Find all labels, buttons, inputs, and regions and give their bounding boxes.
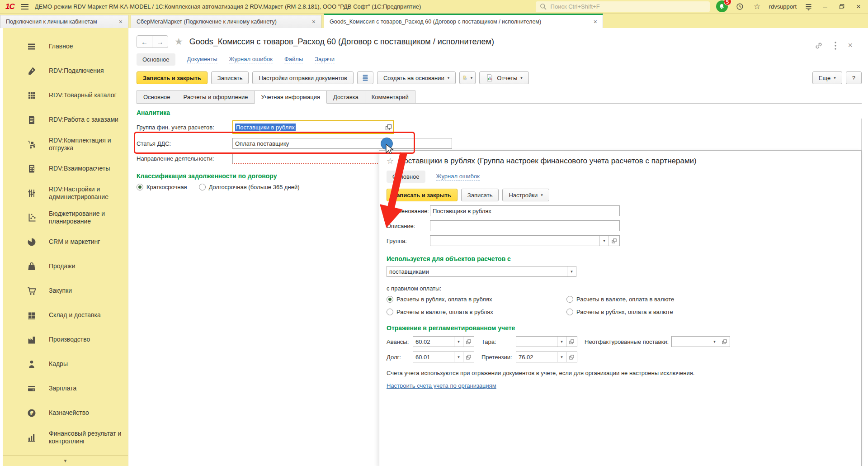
favorite-star-icon[interactable]: ☆ — [387, 156, 394, 166]
reports-button[interactable]: Отчеты ▾ — [479, 71, 528, 84]
nav-tasks[interactable]: Задачи — [315, 56, 335, 63]
open-icon[interactable] — [719, 337, 730, 347]
save-button[interactable]: Записать — [211, 71, 249, 84]
tab-close-icon[interactable]: × — [594, 18, 597, 25]
tab-close-icon[interactable]: × — [119, 18, 123, 25]
sidebar-item-rdv-catalog[interactable]: RDV:Товарный каталог — [3, 83, 128, 108]
sidebar-item-sales[interactable]: Продажи — [3, 254, 128, 279]
nav-main[interactable]: Основное — [137, 53, 175, 66]
sidebar-item-hr[interactable]: Кадры — [3, 352, 128, 376]
sidebar-item-salary[interactable]: Зарплата — [3, 376, 128, 401]
get-link-icon[interactable] — [814, 41, 823, 50]
service-menu-icon[interactable] — [803, 1, 814, 12]
sidebar-expand-button[interactable]: ▼ — [3, 455, 128, 466]
open-icon[interactable] — [566, 337, 577, 347]
shopping-cart-icon — [26, 286, 37, 296]
radio-rub-cur[interactable] — [566, 309, 573, 315]
chevron-down-icon[interactable]: ▾ — [599, 236, 609, 246]
more-dots-icon[interactable] — [834, 41, 837, 50]
chevron-down-icon[interactable]: ▾ — [454, 337, 463, 347]
help-button[interactable]: ? — [846, 71, 862, 84]
overlay-save-close-button[interactable]: Записать и закрыть — [387, 189, 458, 201]
create-based-button[interactable]: Создать на основании ▾ — [377, 71, 456, 84]
open-icon[interactable] — [463, 337, 474, 347]
radio-short-term[interactable] — [137, 184, 143, 190]
sidebar-item-warehouse[interactable]: Склад и доставка — [3, 303, 128, 328]
minimize-button[interactable]: – — [820, 2, 830, 11]
back-button[interactable]: ← — [137, 36, 152, 48]
structure-report-button[interactable] — [357, 71, 373, 84]
restore-button[interactable] — [836, 1, 847, 12]
sidebar-item-production[interactable]: Производство — [3, 328, 128, 352]
sidebar-item-rdv-connections[interactable]: RDV:Подключения — [3, 59, 128, 83]
radio-long-term-label: Долгосрочная (больше 365 дней) — [209, 184, 300, 190]
configure-accounts-link[interactable]: Настроить счета учета по организациям — [387, 382, 496, 389]
description-field[interactable] — [430, 220, 620, 231]
overlay-save-button[interactable]: Записать — [461, 189, 499, 201]
global-search[interactable] — [536, 1, 710, 12]
tara-field[interactable]: ▾ — [516, 336, 577, 347]
claims-field[interactable]: 76.02 ▾ — [516, 352, 577, 362]
chevron-down-icon[interactable]: ▾ — [557, 337, 566, 347]
close-form-icon[interactable]: × — [848, 41, 853, 50]
close-window-button[interactable]: × — [854, 2, 863, 11]
name-field[interactable] — [430, 205, 620, 216]
dds-field[interactable]: Оплата поставщику — [232, 138, 452, 149]
subtab-settlements[interactable]: Расчеты и оформление — [177, 90, 255, 103]
chevron-down-icon[interactable]: ▾ — [557, 352, 566, 362]
radio-cur-rub[interactable] — [387, 309, 393, 315]
radio-cur-cur[interactable] — [566, 296, 573, 303]
favorites-icon[interactable]: ☆ — [752, 1, 763, 12]
radio-rub-rub[interactable] — [387, 296, 393, 303]
sidebar-item-budgeting[interactable]: Бюджетирование и планирование — [3, 205, 128, 230]
open-icon[interactable] — [566, 352, 577, 362]
sidebar-item-rdv-settlements[interactable]: RDV:Взаиморасчеты — [3, 157, 128, 181]
notifications-button[interactable]: 5 — [716, 0, 728, 13]
chevron-down-icon[interactable]: ▾ — [710, 337, 719, 347]
sidebar-item-rdv-orders[interactable]: RDV:Работа с заказами — [3, 108, 128, 132]
tab-close-icon[interactable]: × — [312, 18, 316, 25]
chevron-down-icon[interactable]: ▾ — [454, 352, 463, 362]
forward-button[interactable]: → — [152, 36, 168, 48]
group-field[interactable]: ▾ — [430, 235, 620, 246]
nav-error-log[interactable]: Журнал ошибок — [229, 56, 273, 63]
usage-select[interactable]: поставщиками ▾ — [387, 266, 576, 277]
tab-connections[interactable]: Подключения к личным кабинетам × — [0, 15, 128, 28]
more-button[interactable]: Еще ▾ — [812, 71, 842, 84]
tab-goods-contract[interactable]: Goods_Комиссия с товаров_Расход 60 (Дого… — [324, 14, 603, 28]
advances-field[interactable]: 60.02 ▾ — [413, 336, 474, 347]
send-settings-button[interactable]: Настройки отправки документов — [252, 71, 354, 84]
overlay-nav-error-log[interactable]: Журнал ошибок — [436, 173, 480, 181]
sidebar-item-crm[interactable]: CRM и маркетинг — [3, 230, 128, 254]
sidebar-item-treasury[interactable]: ₽ Казначейство — [3, 401, 128, 425]
search-input[interactable] — [550, 3, 706, 10]
uninvoiced-field[interactable]: ▾ — [671, 336, 730, 347]
current-user[interactable]: rdvsupport — [769, 3, 797, 10]
radio-long-term[interactable] — [199, 184, 206, 190]
document-clock-button[interactable]: ▾ — [459, 71, 476, 84]
open-icon[interactable] — [609, 236, 619, 246]
nav-documents[interactable]: Документы — [187, 56, 217, 63]
subtab-delivery[interactable]: Доставка — [326, 90, 365, 103]
overlay-nav-main[interactable]: Основное — [387, 171, 425, 183]
overlay-settings-button[interactable]: Настройки ▾ — [502, 189, 549, 201]
subtab-main[interactable]: Основное — [137, 90, 177, 103]
nav-files[interactable]: Файлы — [284, 56, 303, 63]
chevron-down-icon[interactable]: ▾ — [567, 266, 576, 276]
main-menu-icon[interactable] — [21, 4, 28, 10]
sidebar-item-rdv-admin[interactable]: RDV:Настройки и администрирование — [3, 181, 128, 205]
sidebar-item-purchases[interactable]: Закупки — [3, 279, 128, 303]
open-icon[interactable] — [463, 352, 474, 362]
subtab-comment[interactable]: Комментарий — [365, 90, 415, 103]
debt-field[interactable]: 60.01 ▾ — [413, 352, 474, 362]
fin-group-field[interactable]: Поставщики в рублях — [232, 120, 394, 134]
tab-sbermegamarket[interactable]: СберМегаМаркет (Подключение к личному ка… — [131, 15, 321, 28]
favorite-star-icon[interactable]: ★ — [175, 36, 183, 47]
history-icon[interactable] — [735, 1, 745, 12]
save-close-button[interactable]: Записать и закрыть — [137, 71, 208, 84]
sidebar-item-finance[interactable]: Финансовый результат и контроллинг — [3, 425, 128, 450]
open-icon[interactable] — [385, 124, 392, 131]
sidebar-item-main[interactable]: Главное — [3, 34, 128, 59]
sidebar-item-rdv-shipping[interactable]: RDV:Комплектация и отгрузка — [3, 132, 128, 157]
subtab-accounting-info[interactable]: Учетная информация — [255, 90, 327, 104]
